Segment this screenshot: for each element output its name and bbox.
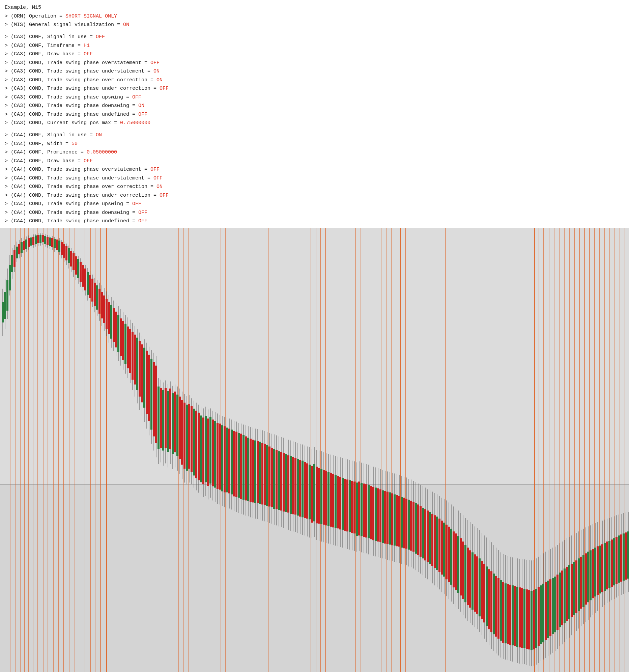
- svg-rect-562: [594, 548, 596, 596]
- svg-rect-234: [207, 418, 209, 486]
- svg-rect-364: [361, 483, 363, 536]
- ca4-cond6-value: OFF: [138, 210, 147, 216]
- svg-rect-438: [448, 527, 450, 582]
- svg-rect-60: [2, 302, 4, 322]
- svg-rect-306: [292, 457, 294, 514]
- svg-rect-212: [181, 400, 183, 464]
- ca4-width-line: > (CA4) CONF, Width = 50: [5, 140, 624, 148]
- svg-rect-368: [365, 484, 367, 537]
- svg-rect-314: [301, 460, 304, 517]
- svg-rect-546: [575, 560, 577, 613]
- ca3-cond6-value: ON: [138, 103, 144, 109]
- ca3-cond1-line: > (CA3) COND, Trade swing phase overstat…: [5, 59, 624, 68]
- svg-rect-510: [533, 590, 535, 649]
- ca4-signal-value: ON: [96, 132, 102, 138]
- svg-rect-588: [625, 532, 627, 580]
- ca3-cond2-value: ON: [153, 69, 160, 74]
- svg-rect-404: [408, 500, 410, 550]
- svg-rect-240: [214, 421, 216, 487]
- svg-rect-362: [358, 481, 360, 535]
- svg-rect-246: [221, 425, 223, 491]
- svg-rect-192: [158, 386, 160, 449]
- svg-rect-344: [337, 476, 339, 528]
- ca4-drawbase-label: > (CA4) CONF, Draw base =: [5, 158, 83, 164]
- svg-rect-446: [457, 536, 459, 593]
- svg-rect-524: [550, 579, 551, 636]
- svg-rect-260: [238, 433, 240, 498]
- ca3-cond7-value: OFF: [138, 112, 147, 117]
- svg-rect-454: [467, 548, 469, 605]
- svg-rect-76: [21, 242, 23, 253]
- svg-rect-272: [252, 439, 254, 502]
- svg-rect-430: [438, 519, 440, 572]
- svg-rect-224: [195, 411, 197, 478]
- ca3-drawbase-label: > (CA3) CONF, Draw base =: [5, 51, 83, 57]
- ca3-timeframe-line: > (CA3) CONF, Timeframe = H1: [5, 42, 624, 50]
- svg-rect-448: [460, 538, 462, 595]
- svg-rect-360: [356, 482, 358, 536]
- ca3-cond4-line: > (CA3) COND, Trade swing phase under co…: [5, 84, 624, 93]
- ca4-cond7-value: OFF: [138, 218, 147, 224]
- svg-rect-118: [70, 251, 72, 266]
- ca3-signal-line: > (CA3) CONF, Signal in use = OFF: [5, 33, 624, 42]
- svg-rect-406: [410, 501, 412, 551]
- svg-rect-278: [259, 441, 261, 504]
- svg-rect-424: [431, 514, 433, 566]
- svg-rect-372: [370, 486, 372, 539]
- svg-rect-504: [526, 589, 528, 649]
- svg-rect-416: [422, 508, 424, 558]
- svg-rect-120: [73, 253, 75, 270]
- svg-rect-348: [342, 478, 344, 530]
- svg-rect-512: [535, 589, 537, 648]
- svg-rect-112: [63, 244, 65, 257]
- svg-rect-418: [424, 509, 426, 560]
- svg-rect-142: [98, 288, 100, 313]
- ca3-signal-value: OFF: [96, 34, 105, 40]
- svg-rect-166: [127, 326, 129, 368]
- ca4-cond4-label: > (CA4) COND, Trade swing phase under co…: [5, 193, 160, 198]
- ca4-width-label: > (CA4) CONF, Width =: [5, 141, 72, 147]
- svg-rect-552: [582, 555, 584, 607]
- svg-rect-584: [620, 534, 622, 582]
- svg-rect-350: [344, 479, 346, 531]
- ca3-cond5-label: > (CA3) COND, Trade swing phase upswing …: [5, 94, 132, 100]
- mis-line: > (MIS) General signal visualization = O…: [5, 21, 624, 29]
- svg-rect-266: [245, 436, 247, 500]
- svg-rect-144: [101, 292, 103, 318]
- svg-rect-136: [91, 278, 93, 301]
- svg-rect-382: [382, 490, 384, 543]
- ca4-prominence-line: > (CA4) CONF, Prominence = 0.05000000: [5, 148, 624, 157]
- svg-rect-590: [627, 531, 629, 579]
- orm-label: > (ORM) Operation =: [5, 14, 66, 19]
- svg-rect-286: [268, 446, 270, 506]
- svg-rect-228: [200, 415, 202, 482]
- svg-rect-452: [464, 545, 466, 602]
- svg-rect-586: [623, 533, 625, 581]
- svg-rect-274: [254, 440, 256, 503]
- svg-rect-396: [398, 496, 400, 547]
- svg-rect-158: [117, 315, 119, 352]
- svg-rect-432: [441, 521, 443, 575]
- svg-rect-386: [387, 491, 389, 544]
- svg-rect-104: [54, 239, 56, 248]
- svg-rect-334: [325, 471, 327, 525]
- svg-rect-332: [323, 470, 325, 525]
- svg-rect-436: [445, 525, 447, 579]
- ca3-cond1-value: OFF: [150, 60, 160, 66]
- svg-rect-130: [84, 268, 86, 290]
- ca3-signal-label: > (CA3) CONF, Signal in use =: [5, 34, 96, 40]
- svg-rect-96: [44, 236, 46, 244]
- svg-rect-232: [205, 416, 207, 482]
- svg-rect-220: [191, 406, 193, 472]
- svg-rect-174: [136, 337, 138, 390]
- ca3-cond4-value: OFF: [160, 86, 169, 91]
- svg-rect-288: [271, 448, 273, 507]
- svg-rect-578: [613, 538, 615, 585]
- svg-rect-68: [11, 255, 13, 271]
- svg-rect-66: [9, 265, 11, 290]
- ca4-cond6-line: > (CA4) COND, Trade swing phase downswin…: [5, 209, 624, 217]
- svg-rect-126: [79, 261, 81, 282]
- svg-rect-262: [240, 433, 242, 499]
- svg-rect-218: [188, 404, 190, 469]
- ca3-cond1-label: > (CA3) COND, Trade swing phase overstat…: [5, 60, 150, 66]
